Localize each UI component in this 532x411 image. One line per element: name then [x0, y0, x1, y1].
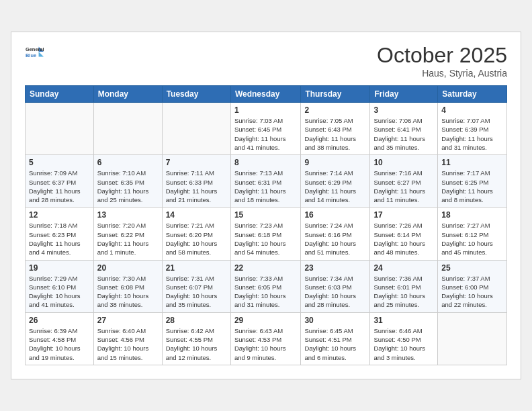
day-number: 6: [97, 158, 159, 167]
weekday-header-row: Sunday Monday Tuesday Wednesday Thursday…: [26, 86, 507, 103]
calendar-cell: 24Sunrise: 7:36 AM Sunset: 6:01 PM Dayli…: [370, 260, 438, 312]
day-number: 19: [29, 263, 90, 273]
calendar-cell: [26, 103, 94, 155]
calendar-cell: 19Sunrise: 7:29 AM Sunset: 6:10 PM Dayli…: [26, 260, 94, 312]
calendar-cell: 6Sunrise: 7:10 AM Sunset: 6:35 PM Daylig…: [93, 155, 162, 208]
calendar-cell: 27Sunrise: 6:40 AM Sunset: 4:56 PM Dayli…: [93, 312, 162, 365]
calendar-header: General Blue October 2025 Haus, Styria, …: [25, 43, 507, 79]
day-number: 14: [166, 210, 227, 220]
day-info: Sunrise: 7:36 AM Sunset: 6:01 PM Dayligh…: [373, 274, 434, 310]
calendar-week-row: 26Sunrise: 6:39 AM Sunset: 4:58 PM Dayli…: [26, 312, 507, 365]
day-number: 26: [29, 316, 90, 325]
calendar-cell: 23Sunrise: 7:34 AM Sunset: 6:03 PM Dayli…: [301, 260, 370, 312]
calendar-cell: 3Sunrise: 7:06 AM Sunset: 6:41 PM Daylig…: [370, 103, 438, 155]
calendar-cell: 30Sunrise: 6:45 AM Sunset: 4:51 PM Dayli…: [301, 312, 370, 365]
calendar-cell: 18Sunrise: 7:27 AM Sunset: 6:12 PM Dayli…: [438, 208, 507, 260]
calendar-cell: 12Sunrise: 7:18 AM Sunset: 6:23 PM Dayli…: [26, 208, 94, 260]
day-number: 23: [304, 263, 366, 273]
header-wednesday: Wednesday: [230, 86, 301, 103]
calendar-container: General Blue October 2025 Haus, Styria, …: [11, 32, 521, 379]
calendar-table: Sunday Monday Tuesday Wednesday Thursday…: [25, 85, 507, 365]
calendar-cell: 2Sunrise: 7:05 AM Sunset: 6:43 PM Daylig…: [301, 103, 370, 155]
day-info: Sunrise: 6:40 AM Sunset: 4:56 PM Dayligh…: [97, 326, 159, 362]
day-number: 13: [97, 210, 159, 220]
calendar-cell: [93, 103, 162, 155]
calendar-cell: 21Sunrise: 7:31 AM Sunset: 6:07 PM Dayli…: [162, 260, 230, 312]
calendar-cell: 8Sunrise: 7:13 AM Sunset: 6:31 PM Daylig…: [230, 155, 301, 208]
calendar-cell: 1Sunrise: 7:03 AM Sunset: 6:45 PM Daylig…: [230, 103, 301, 155]
calendar-cell: 20Sunrise: 7:30 AM Sunset: 6:08 PM Dayli…: [93, 260, 162, 312]
day-number: 11: [441, 158, 503, 167]
header-friday: Friday: [370, 86, 438, 103]
day-info: Sunrise: 7:18 AM Sunset: 6:23 PM Dayligh…: [29, 221, 90, 257]
day-number: 25: [441, 263, 503, 273]
header-tuesday: Tuesday: [162, 86, 230, 103]
calendar-cell: 26Sunrise: 6:39 AM Sunset: 4:58 PM Dayli…: [26, 312, 94, 365]
logo-icon: General Blue: [25, 43, 44, 62]
calendar-cell: 29Sunrise: 6:43 AM Sunset: 4:53 PM Dayli…: [230, 312, 301, 365]
day-number: 15: [234, 210, 298, 220]
day-info: Sunrise: 7:26 AM Sunset: 6:14 PM Dayligh…: [373, 221, 434, 257]
calendar-cell: 17Sunrise: 7:26 AM Sunset: 6:14 PM Dayli…: [370, 208, 438, 260]
day-number: 7: [166, 158, 227, 167]
day-number: 16: [304, 210, 366, 220]
day-number: 1: [234, 105, 298, 115]
day-number: 10: [373, 158, 434, 167]
calendar-cell: 22Sunrise: 7:33 AM Sunset: 6:05 PM Dayli…: [230, 260, 301, 312]
day-info: Sunrise: 7:17 AM Sunset: 6:25 PM Dayligh…: [441, 169, 503, 204]
day-info: Sunrise: 7:31 AM Sunset: 6:07 PM Dayligh…: [166, 274, 227, 310]
day-info: Sunrise: 7:27 AM Sunset: 6:12 PM Dayligh…: [441, 221, 503, 257]
header-thursday: Thursday: [301, 86, 370, 103]
day-number: 20: [97, 263, 159, 273]
title-block: October 2025 Haus, Styria, Austria: [377, 43, 507, 79]
day-info: Sunrise: 6:42 AM Sunset: 4:55 PM Dayligh…: [166, 326, 227, 362]
calendar-cell: [162, 103, 230, 155]
day-info: Sunrise: 7:34 AM Sunset: 6:03 PM Dayligh…: [304, 274, 366, 310]
header-sunday: Sunday: [26, 86, 94, 103]
day-info: Sunrise: 6:46 AM Sunset: 4:50 PM Dayligh…: [373, 326, 434, 362]
day-info: Sunrise: 7:33 AM Sunset: 6:05 PM Dayligh…: [234, 274, 298, 310]
day-number: 24: [373, 263, 434, 273]
day-info: Sunrise: 7:07 AM Sunset: 6:39 PM Dayligh…: [441, 116, 503, 152]
day-info: Sunrise: 7:09 AM Sunset: 6:37 PM Dayligh…: [29, 169, 90, 204]
calendar-cell: [438, 312, 507, 365]
day-number: 29: [234, 316, 298, 325]
calendar-cell: 7Sunrise: 7:11 AM Sunset: 6:33 PM Daylig…: [162, 155, 230, 208]
calendar-cell: 13Sunrise: 7:20 AM Sunset: 6:22 PM Dayli…: [93, 208, 162, 260]
day-number: 21: [166, 263, 227, 273]
calendar-cell: 10Sunrise: 7:16 AM Sunset: 6:27 PM Dayli…: [370, 155, 438, 208]
header-monday: Monday: [93, 86, 162, 103]
day-info: Sunrise: 7:21 AM Sunset: 6:20 PM Dayligh…: [166, 221, 227, 257]
month-title: October 2025: [377, 43, 507, 68]
day-info: Sunrise: 6:43 AM Sunset: 4:53 PM Dayligh…: [234, 326, 298, 362]
day-number: 31: [373, 316, 434, 325]
day-info: Sunrise: 7:14 AM Sunset: 6:29 PM Dayligh…: [304, 169, 366, 204]
calendar-cell: 28Sunrise: 6:42 AM Sunset: 4:55 PM Dayli…: [162, 312, 230, 365]
day-number: 4: [441, 105, 503, 115]
day-info: Sunrise: 6:39 AM Sunset: 4:58 PM Dayligh…: [29, 326, 90, 362]
day-number: 12: [29, 210, 90, 220]
day-info: Sunrise: 7:13 AM Sunset: 6:31 PM Dayligh…: [234, 169, 298, 204]
day-info: Sunrise: 7:06 AM Sunset: 6:41 PM Dayligh…: [373, 116, 434, 152]
calendar-week-row: 19Sunrise: 7:29 AM Sunset: 6:10 PM Dayli…: [26, 260, 507, 312]
day-info: Sunrise: 7:11 AM Sunset: 6:33 PM Dayligh…: [166, 169, 227, 204]
day-number: 22: [234, 263, 298, 273]
calendar-cell: 9Sunrise: 7:14 AM Sunset: 6:29 PM Daylig…: [301, 155, 370, 208]
header-saturday: Saturday: [438, 86, 507, 103]
calendar-cell: 14Sunrise: 7:21 AM Sunset: 6:20 PM Dayli…: [162, 208, 230, 260]
day-info: Sunrise: 7:03 AM Sunset: 6:45 PM Dayligh…: [234, 116, 298, 152]
day-number: 5: [29, 158, 90, 167]
calendar-week-row: 5Sunrise: 7:09 AM Sunset: 6:37 PM Daylig…: [26, 155, 507, 208]
calendar-cell: 5Sunrise: 7:09 AM Sunset: 6:37 PM Daylig…: [26, 155, 94, 208]
day-number: 3: [373, 105, 434, 115]
svg-text:General: General: [26, 46, 44, 52]
day-info: Sunrise: 7:29 AM Sunset: 6:10 PM Dayligh…: [29, 274, 90, 310]
day-info: Sunrise: 7:16 AM Sunset: 6:27 PM Dayligh…: [373, 169, 434, 204]
day-number: 27: [97, 316, 159, 325]
day-number: 9: [304, 158, 366, 167]
calendar-week-row: 12Sunrise: 7:18 AM Sunset: 6:23 PM Dayli…: [26, 208, 507, 260]
calendar-cell: 25Sunrise: 7:37 AM Sunset: 6:00 PM Dayli…: [438, 260, 507, 312]
calendar-cell: 15Sunrise: 7:23 AM Sunset: 6:18 PM Dayli…: [230, 208, 301, 260]
day-info: Sunrise: 7:37 AM Sunset: 6:00 PM Dayligh…: [441, 274, 503, 310]
day-number: 18: [441, 210, 503, 220]
